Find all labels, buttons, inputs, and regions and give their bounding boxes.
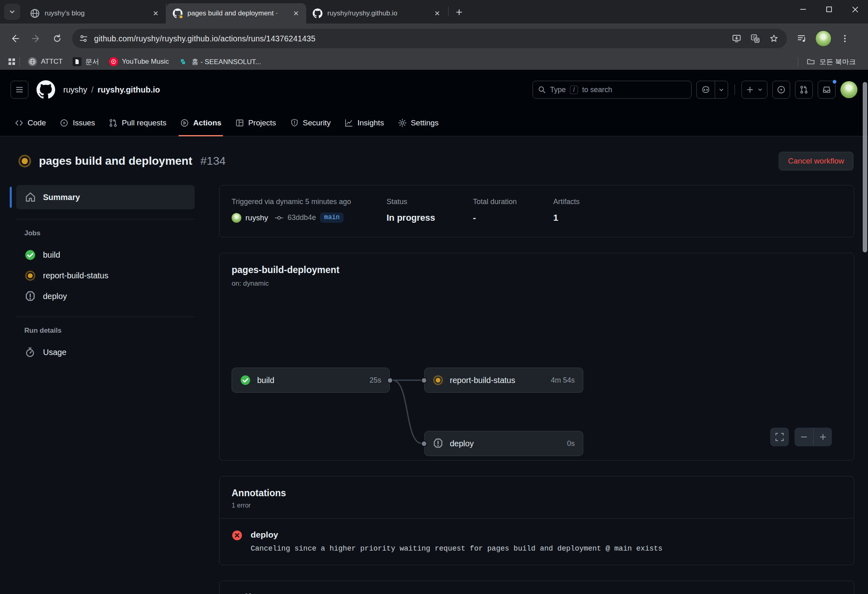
- tab-close-icon[interactable]: ✕: [151, 9, 160, 19]
- check-circle-icon: [240, 375, 251, 385]
- slash-key-hint: /: [570, 86, 578, 94]
- sidebar-job-report-build-status[interactable]: report-build-status: [10, 265, 195, 286]
- github-progress-favicon-icon: [173, 9, 183, 18]
- reload-icon[interactable]: [48, 29, 67, 48]
- sidebar-item-summary[interactable]: Summary: [16, 185, 195, 209]
- browser-profile-avatar[interactable]: [815, 30, 831, 47]
- bookmarks-bar: ATTCT 문서 YouTube Music 홈 - SEEANNSOLUT..…: [0, 54, 868, 70]
- commit-sha[interactable]: 63ddb4e: [288, 213, 316, 222]
- bookmark-home-site[interactable]: 홈 - SEEANNSOLUT...: [174, 57, 266, 67]
- graph-node-report-build-status[interactable]: report-build-status 4m 54s: [424, 368, 583, 393]
- breadcrumb-repo[interactable]: ruyshy.github.io: [97, 85, 160, 95]
- status-label: Status: [387, 198, 473, 206]
- close-button[interactable]: [842, 0, 868, 19]
- tab-title: pages build and deployment ·: [187, 9, 278, 17]
- github-profile-avatar[interactable]: [840, 81, 857, 98]
- branch-badge[interactable]: main: [320, 213, 344, 223]
- address-bar[interactable]: github.com/ruyshy/ruyshy.github.io/actio…: [72, 29, 787, 48]
- copilot-button[interactable]: [696, 81, 728, 99]
- copilot-icon[interactable]: [697, 81, 715, 98]
- sidebar-item-usage[interactable]: Usage: [10, 342, 195, 362]
- github-logo-icon[interactable]: [37, 80, 55, 99]
- tab-security[interactable]: Security: [284, 110, 337, 136]
- fullscreen-button[interactable]: [770, 428, 789, 446]
- run-status-icon: [18, 154, 32, 168]
- globe-favicon-icon: [30, 9, 40, 18]
- actor-avatar[interactable]: [232, 213, 241, 223]
- tab-settings[interactable]: Settings: [392, 110, 445, 136]
- playlist-extension-icon[interactable]: [793, 29, 811, 48]
- inbox-button[interactable]: [818, 81, 836, 99]
- run-main: Triggered via dynamic 5 minutes ago ruys…: [219, 185, 854, 594]
- search-input[interactable]: Type / to search: [533, 81, 692, 99]
- active-tab-underline: [178, 135, 223, 136]
- tab-actions[interactable]: Actions: [174, 110, 227, 136]
- site-logo-icon: [178, 57, 187, 66]
- tab-insights[interactable]: Insights: [339, 110, 389, 136]
- graph-node-build[interactable]: build 25s: [232, 368, 390, 393]
- tab-close-icon[interactable]: ✕: [292, 9, 301, 19]
- new-tab-button[interactable]: +: [451, 4, 467, 20]
- bookmark-docs[interactable]: 문서: [68, 57, 104, 67]
- apps-grid-icon[interactable]: [7, 57, 16, 66]
- zoom-in-button[interactable]: [813, 428, 832, 446]
- minimize-button[interactable]: [790, 0, 816, 19]
- sidebar-job-deploy[interactable]: deploy: [10, 286, 195, 307]
- youtube-music-icon: [109, 57, 118, 66]
- bookmark-star-icon[interactable]: [767, 31, 781, 46]
- tab-blog[interactable]: ruyshy's blog ✕: [24, 3, 166, 24]
- github-page: ruyshy / ruyshy.github.io Type / to sear…: [0, 70, 868, 594]
- tab-title: ruyshy/ruyshy.github.io: [327, 9, 397, 17]
- all-bookmarks-button[interactable]: 모든 북마크: [801, 57, 861, 67]
- artifacts-count: 1: [553, 213, 580, 223]
- maximize-button[interactable]: [816, 0, 842, 19]
- hamburger-menu-button[interactable]: [11, 81, 28, 99]
- annotation-item: deploy Canceling since a higher priority…: [219, 519, 854, 565]
- globe-icon: [28, 57, 37, 66]
- tab-pull-requests[interactable]: Pull requests: [103, 110, 172, 136]
- browser-menu-icon[interactable]: [836, 29, 854, 48]
- tab-close-icon[interactable]: ✕: [433, 9, 442, 19]
- tab-repo[interactable]: ruyshy/ruyshy.github.io ✕: [306, 3, 447, 24]
- annotations-count: 1 error: [232, 502, 842, 509]
- install-icon[interactable]: [729, 31, 744, 46]
- url-text[interactable]: github.com/ruyshy/ruyshy.github.io/actio…: [92, 34, 729, 43]
- browser-tab-bar: ruyshy's blog ✕ pages build and deployme…: [0, 0, 868, 24]
- gear-icon: [398, 118, 407, 127]
- forward-icon[interactable]: [27, 29, 45, 48]
- zoom-out-button[interactable]: [795, 428, 813, 446]
- site-settings-icon[interactable]: [75, 30, 92, 47]
- bookmark-attct[interactable]: ATTCT: [23, 57, 68, 66]
- annotations-card: Annotations 1 error deploy Canceling sin…: [219, 476, 854, 565]
- copilot-chevron-icon[interactable]: [715, 81, 728, 98]
- cancel-workflow-button[interactable]: Cancel workflow: [779, 152, 853, 170]
- tab-actions-run[interactable]: pages build and deployment · ✕: [166, 3, 306, 24]
- graph-node-deploy[interactable]: deploy 0s: [424, 431, 583, 456]
- page-scrollbar[interactable]: [863, 82, 867, 252]
- bookmark-youtube-music[interactable]: YouTube Music: [104, 57, 174, 66]
- document-icon: [73, 57, 82, 66]
- tab-code[interactable]: Code: [9, 110, 52, 136]
- repo-nav: Code Issues Pull requests Actions Projec…: [0, 110, 868, 136]
- sidebar-job-build[interactable]: build: [10, 245, 195, 265]
- node-duration: 25s: [370, 376, 381, 385]
- tab-projects[interactable]: Projects: [230, 110, 282, 136]
- tab-issues[interactable]: Issues: [54, 110, 101, 136]
- browser-window: ruyshy's blog ✕ pages build and deployme…: [0, 0, 868, 594]
- run-number: #134: [200, 155, 226, 168]
- annotation-message: Canceling since a higher priority waitin…: [251, 544, 662, 553]
- pull-request-icon: [109, 118, 118, 127]
- connector-dot: [387, 377, 393, 383]
- tab-search-button[interactable]: [4, 4, 20, 20]
- breadcrumb-owner[interactable]: ruyshy: [63, 85, 87, 95]
- translate-icon[interactable]: G: [748, 31, 763, 46]
- back-icon[interactable]: [6, 29, 24, 48]
- workflow-trigger: on: dynamic: [232, 280, 842, 288]
- code-icon: [15, 118, 24, 127]
- workflow-graph[interactable]: build 25s report-build-status 4m 54s dep…: [219, 298, 854, 460]
- annotation-job[interactable]: deploy: [251, 530, 662, 540]
- pull-requests-header-button[interactable]: [795, 81, 813, 99]
- actor-name[interactable]: ruyshy: [245, 213, 268, 222]
- create-new-button[interactable]: [741, 81, 767, 99]
- issues-header-button[interactable]: [772, 81, 790, 99]
